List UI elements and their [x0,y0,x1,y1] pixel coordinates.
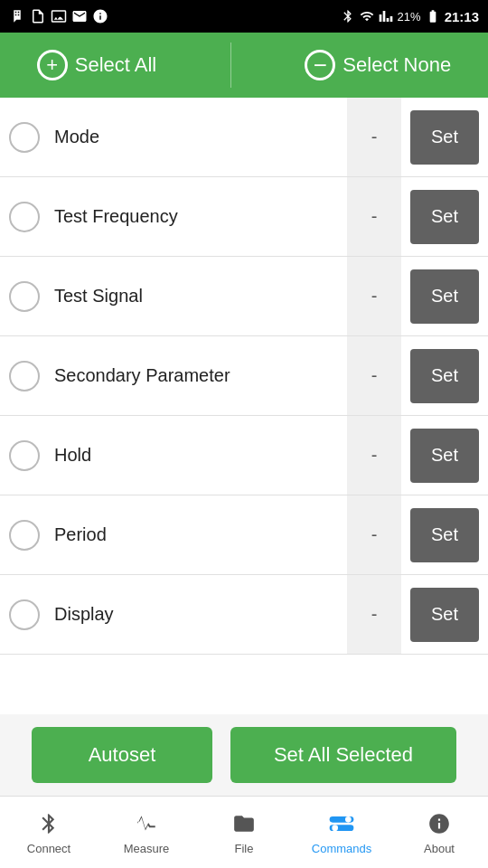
set-button-test-frequency[interactable]: Set [410,190,479,244]
param-name-label: Period [54,524,347,545]
radio-test-signal[interactable] [9,281,40,312]
table-row: Test Frequency-Set [0,177,488,257]
set-button-period[interactable]: Set [410,508,479,562]
file-nav-icon [230,809,258,838]
radio-display[interactable] [9,599,40,630]
nav-item-commands[interactable]: Commands [293,797,390,868]
radio-test-frequency[interactable] [9,202,40,232]
table-row: Secondary Parameter-Set [0,336,488,416]
battery-icon [426,9,440,24]
shop-status-icon [92,8,108,24]
signal-status-icon [379,9,393,24]
param-value: - [347,257,401,335]
status-right-icons: 21% 21:13 [341,9,479,24]
param-value: - [347,177,401,256]
battery-text: 21% [398,10,421,24]
nav-item-connect[interactable]: Connect [0,797,98,868]
file-status-icon [30,8,46,24]
header-bar: + Select All − Select None [0,33,488,98]
radio-secondary-parameter[interactable] [9,361,40,392]
info-nav-icon [425,809,454,838]
table-row: Test Signal-Set [0,257,488,336]
param-list: Mode-SetTest Frequency-SetTest Signal-Se… [0,98,488,714]
nav-item-measure[interactable]: Measure [98,797,195,868]
param-value: - [347,336,401,415]
radio-period[interactable] [9,520,40,551]
param-name-label: Secondary Parameter [54,365,347,386]
set-button-hold[interactable]: Set [410,429,479,483]
param-name-label: Display [54,604,347,625]
action-bar: Autoset Set All Selected [0,714,488,796]
time-text: 21:13 [445,9,479,24]
status-left-icons [9,8,108,24]
mail-status-icon [71,8,88,24]
select-all-button[interactable]: + Select All [37,50,157,80]
param-name-label: Test Signal [54,286,347,307]
usb-icon [9,8,25,24]
nav-item-about[interactable]: About [390,797,488,868]
svg-point-1 [345,816,352,823]
file-label: File [235,842,254,855]
param-value: - [347,575,401,654]
param-value: - [347,495,401,574]
select-none-button[interactable]: − Select None [305,50,451,80]
bluetooth-status-icon [341,9,355,24]
param-name-label: Hold [54,445,347,466]
set-button-display[interactable]: Set [410,588,479,642]
radio-mode[interactable] [9,122,40,153]
set-all-selected-button[interactable]: Set All Selected [230,727,456,783]
select-none-icon: − [305,50,335,80]
select-all-label: Select All [75,53,157,77]
select-all-icon: + [37,50,68,80]
set-button-mode[interactable]: Set [410,110,479,165]
select-none-label: Select None [343,53,451,77]
nav-item-file[interactable]: File [195,797,293,868]
table-row: Period-Set [0,495,488,575]
set-button-secondary-parameter[interactable]: Set [410,349,479,403]
table-row: Hold-Set [0,416,488,495]
param-name-label: Mode [54,127,347,147]
table-row: Display-Set [0,575,488,655]
bluetooth-nav-icon [34,809,63,838]
radio-hold[interactable] [9,440,40,471]
wifi-status-icon [360,9,374,24]
bottom-nav: Connect Measure File Commands [0,796,488,868]
param-name-label: Test Frequency [54,206,347,227]
commands-nav-icon [327,809,356,838]
header-divider [230,42,231,88]
measure-nav-icon [132,809,161,838]
table-row: Mode-Set [0,98,488,177]
param-value: - [347,98,401,176]
svg-point-3 [332,825,338,831]
connect-label: Connect [27,842,70,855]
set-button-test-signal[interactable]: Set [410,269,479,324]
commands-label: Commands [312,842,371,855]
autoset-button[interactable]: Autoset [32,727,212,783]
status-bar: 21% 21:13 [0,0,488,33]
param-value: - [347,416,401,495]
measure-label: Measure [124,842,170,855]
about-label: About [424,842,455,855]
image-status-icon [51,8,67,24]
